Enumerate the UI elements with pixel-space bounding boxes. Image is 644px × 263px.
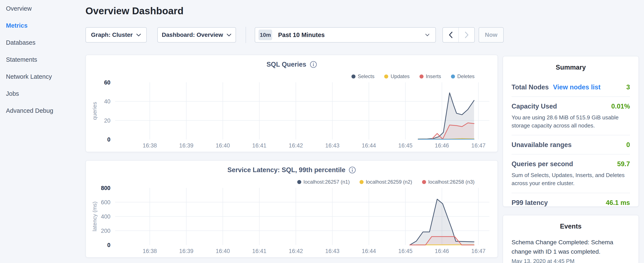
svg-text:40: 40 [104,98,110,105]
svg-text:200: 200 [101,228,110,234]
graph-scope-label: Graph: Cluster [91,32,133,38]
time-window-badge: 10m [258,30,272,40]
svg-text:16:39: 16:39 [179,142,194,149]
legend-dot [422,180,426,184]
svg-text:16:43: 16:43 [325,142,340,149]
legend-label: Selects [358,73,374,79]
controls-divider [246,27,246,43]
time-pager [442,27,475,43]
info-icon[interactable] [310,61,317,68]
summary-panel: Summary Total NodesView nodes list3Capac… [502,56,639,207]
svg-text:600: 600 [101,199,110,205]
svg-text:16:43: 16:43 [325,248,340,254]
legend-label: Updates [390,73,410,79]
summary-rows: Total NodesView nodes list3Capacity Used… [512,78,630,212]
legend-item[interactable]: localhost:26257 (n1) [297,179,350,185]
summary-row: P99 latency46.1 ms [512,193,630,212]
summary-row-value: 0 [626,141,630,149]
svg-text:16:41: 16:41 [252,142,266,149]
summary-row-value: 0.01% [611,103,630,110]
chart-legend: SelectsUpdatesInsertsDeletes [352,73,475,79]
svg-text:queries: queries [92,102,98,120]
service-latency-chart-card: Service Latency: SQL, 99th percentile lo… [86,160,498,258]
summary-row-value: 46.1 ms [606,199,630,207]
summary-row: Total NodesView nodes list3 [512,78,630,97]
sidebar: OverviewMetricsDatabasesStatementsNetwor… [0,0,81,119]
summary-row-label: P99 latency [512,199,548,207]
svg-text:16:40: 16:40 [216,142,230,149]
chevron-left-icon [448,31,453,39]
svg-text:16:42: 16:42 [289,142,303,149]
legend-label: Inserts [426,73,441,79]
legend-label: Deletes [457,73,474,79]
chart-title-row: Service Latency: SQL, 99th percentile [86,166,498,174]
summary-row: Queries per second59.7Sum of Selects, Up… [512,154,630,193]
svg-text:0: 0 [107,136,110,143]
chevron-down-icon [425,34,430,37]
svg-text:16:42: 16:42 [289,248,303,254]
time-next-button[interactable] [459,28,474,42]
svg-text:16:47: 16:47 [471,248,486,254]
svg-text:16:44: 16:44 [362,142,376,149]
chart-title-row: SQL Queries [86,61,498,68]
event-text[interactable]: Schema Change Completed: Schema change w… [512,237,630,256]
legend-item[interactable]: Deletes [451,73,474,79]
legend-item[interactable]: localhost:26258 (n3) [422,179,474,185]
sidebar-item-network-latency[interactable]: Network Latency [0,68,81,85]
legend-item[interactable]: Updates [384,73,410,79]
legend-dot [297,180,301,184]
svg-text:16:39: 16:39 [179,248,194,254]
graph-scope-dropdown[interactable]: Graph: Cluster [86,27,147,43]
time-window-dropdown[interactable]: 10m Past 10 Minutes [255,27,436,43]
summary-row-label: Capacity Used [512,103,557,110]
events-title: Events [512,222,630,230]
legend-dot [352,75,356,79]
svg-text:16:38: 16:38 [143,248,157,254]
svg-text:16:40: 16:40 [216,248,230,254]
view-nodes-list-link[interactable]: View nodes list [553,83,600,91]
dashboard-dropdown[interactable]: Dashboard: Overview [157,27,236,43]
legend-item[interactable]: localhost:26259 (n2) [360,179,412,185]
summary-row: Unavailable ranges0 [512,135,630,154]
legend-dot [360,180,364,184]
db-console-app: OverviewMetricsDatabasesStatementsNetwor… [0,0,644,263]
summary-row-label: Queries per second [512,160,573,168]
sidebar-item-statements[interactable]: Statements [0,51,81,68]
time-prev-button[interactable] [443,28,459,42]
svg-text:16:46: 16:46 [435,142,449,149]
summary-row-caption: You are using 28.6 MiB of 515.9 GiB usab… [512,114,630,130]
chart-title: SQL Queries [266,61,306,68]
svg-text:16:45: 16:45 [398,142,412,149]
sidebar-item-overview[interactable]: Overview [0,0,81,17]
legend-item[interactable]: Inserts [420,73,441,79]
summary-row-value: 59.7 [617,160,630,168]
svg-text:800: 800 [101,185,110,191]
svg-text:latency (ms): latency (ms) [92,201,98,231]
service-latency-plot[interactable]: 16:3816:3916:4016:4116:4216:4316:4416:45… [86,161,498,257]
summary-row: Capacity Used0.01%You are using 28.6 MiB… [512,97,630,135]
sidebar-item-databases[interactable]: Databases [0,34,81,51]
sidebar-item-metrics[interactable]: Metrics [0,17,81,34]
summary-row-caption: Sum of Selects, Updates, Inserts, and De… [512,171,630,187]
info-icon[interactable] [349,166,356,174]
summary-title: Summary [512,64,630,71]
sql-queries-chart-card: SQL Queries SelectsUpdatesInsertsDeletes… [86,55,498,152]
time-window-label: Past 10 Minutes [278,32,325,39]
summary-row-label: Total Nodes [512,83,549,91]
svg-text:16:44: 16:44 [362,248,376,254]
sql-queries-plot[interactable]: 16:3816:3916:4016:4116:4216:4316:4416:45… [86,55,498,152]
now-button[interactable]: Now [478,27,504,43]
sidebar-item-advanced-debug[interactable]: Advanced Debug [0,102,81,119]
legend-label: localhost:26259 (n2) [366,179,412,185]
svg-text:0: 0 [107,242,110,248]
legend-label: localhost:26258 (n3) [428,179,474,185]
legend-dot [451,75,455,79]
chevron-down-icon [136,34,141,37]
svg-text:16:46: 16:46 [435,248,449,254]
dashboard-label: Dashboard: Overview [162,32,223,38]
page-title: Overview Dashboard [86,5,184,17]
legend-item[interactable]: Selects [352,73,374,79]
chevron-down-icon [226,34,232,37]
sidebar-item-jobs[interactable]: Jobs [0,85,81,102]
event-timestamp: May 13, 2020 at 4:45 PM [512,258,630,263]
